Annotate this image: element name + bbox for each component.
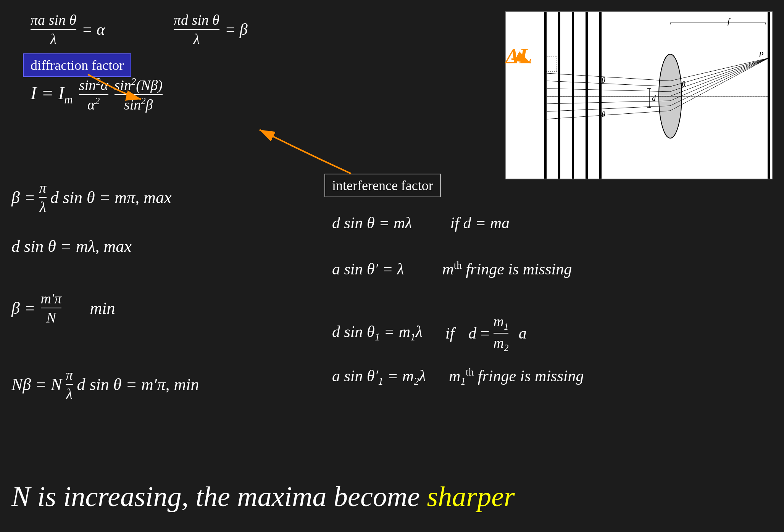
- svg-rect-5: [558, 12, 560, 179]
- svg-rect-4: [544, 12, 547, 179]
- svg-rect-8: [599, 12, 602, 179]
- alpha-denominator: λ: [50, 30, 56, 47]
- beta-max-formula: β = π λ d sin θ = mπ, max: [11, 179, 171, 215]
- d-sin-max-formula: d sin θ = mλ, max: [11, 237, 132, 256]
- beta-fraction: πd sin θ λ: [174, 11, 219, 47]
- beta-numerator: πd sin θ: [174, 11, 219, 30]
- interference-factor-label: interference factor: [324, 174, 441, 197]
- sinNbeta-fraction: sin2(Nβ) sin2β: [115, 76, 163, 113]
- svg-point-28: [768, 57, 770, 59]
- optical-diagram: f: [505, 11, 773, 179]
- right-row-4: a sin θ′1 = m2λ m1th fringe is missing: [332, 366, 584, 387]
- P-label: P: [758, 50, 763, 59]
- main-container: πa sin θ λ = α πd sin θ λ = β diffractio…: [0, 0, 784, 532]
- right-row-2: a sin θ′ = λ mth fringe is missing: [332, 260, 572, 278]
- beta-min-formula: β = m′π N min: [11, 290, 115, 326]
- theta-lens: θ: [682, 80, 686, 88]
- sinα-den: α2: [87, 95, 100, 113]
- Nbeta-min-formula: Nβ = N π λ d sin θ = m′π, min: [11, 366, 199, 402]
- sinα-num: sin2α: [79, 76, 108, 95]
- alpha-beta-row: πa sin θ λ = α πd sin θ λ = β: [15, 11, 248, 47]
- beta-formula: πd sin θ λ = β: [174, 11, 248, 47]
- beta-equals: = β: [225, 20, 248, 39]
- alpha-formula: πa sin θ λ = α: [31, 11, 105, 47]
- alpha-numerator: πa sin θ: [31, 11, 76, 30]
- I-equals: I = Im: [31, 82, 73, 106]
- right-row-1: d sin θ = mλ if d = ma: [332, 214, 510, 232]
- right-row-3: d sin θ1 = m1λ if d = m1 m2 a: [332, 313, 527, 353]
- alpha-fraction: πa sin θ λ: [31, 11, 76, 47]
- intensity-formula: I = Im sin2α α2 sin2(Nβ) sin2β: [31, 76, 163, 113]
- theta-upper: θ: [602, 76, 605, 84]
- delta-L-label: ΔL: [506, 44, 532, 68]
- mprimepi-N-fraction: m′π N: [41, 290, 62, 326]
- sharper-word: sharper: [427, 481, 515, 512]
- theta-lower: θ: [602, 110, 605, 119]
- beta-denominator: λ: [194, 30, 200, 47]
- d-label: d: [652, 94, 656, 102]
- diffraction-factor-label: diffraction factor: [23, 53, 131, 77]
- pi-lambda-fraction: π λ: [39, 179, 47, 215]
- diagram-svg: f: [506, 12, 773, 179]
- alpha-equals: = α: [82, 20, 105, 39]
- svg-rect-10: [768, 12, 770, 179]
- sinα-fraction: sin2α α2: [79, 76, 108, 113]
- conclusion-text: N is increasing, the maxima become sharp…: [11, 480, 515, 513]
- svg-rect-6: [572, 12, 574, 179]
- Npi-lambda-fraction: π λ: [66, 366, 73, 402]
- sinNbeta-num: sin2(Nβ): [115, 76, 163, 95]
- svg-rect-7: [586, 12, 588, 179]
- sinNbeta-den: sin2β: [124, 95, 153, 113]
